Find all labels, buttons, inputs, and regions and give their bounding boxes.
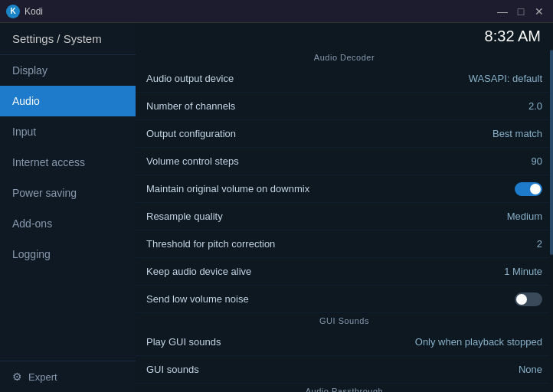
setting-value: 1 Minute bbox=[504, 266, 542, 277]
kodi-logo: K bbox=[6, 5, 20, 18]
close-button[interactable]: ✕ bbox=[532, 4, 547, 19]
sidebar-item-logging[interactable]: Logging bbox=[0, 239, 136, 270]
sidebar-item-label: Add-ons bbox=[12, 217, 52, 230]
setting-label: Audio output device bbox=[146, 73, 234, 84]
setting-label: Output configuration bbox=[146, 128, 236, 139]
sidebar-item-power-saving[interactable]: Power saving bbox=[0, 178, 136, 208]
setting-label: Number of channels bbox=[146, 100, 235, 112]
gear-icon: ⚙ bbox=[12, 371, 22, 383]
setting-value: None bbox=[519, 364, 542, 375]
setting-value: Best match bbox=[492, 128, 542, 139]
setting-volume-control-steps[interactable]: Volume control steps 90 bbox=[136, 148, 553, 175]
setting-keep-audio-device-alive[interactable]: Keep audio device alive 1 Minute bbox=[136, 258, 553, 286]
setting-play-gui-sounds[interactable]: Play GUI sounds Only when playback stopp… bbox=[136, 328, 553, 356]
gui-sounds-header: GUI Sounds bbox=[136, 313, 553, 328]
setting-label: Keep audio device alive bbox=[146, 266, 251, 277]
settings-list: Audio Decoder Audio output device WASAPI… bbox=[136, 50, 553, 392]
setting-send-low-volume-noise[interactable]: Send low volume noise bbox=[136, 286, 553, 313]
breadcrumb: Settings / System bbox=[0, 23, 136, 55]
sidebar-item-audio[interactable]: Audio bbox=[0, 86, 136, 116]
setting-resample-quality[interactable]: Resample quality Medium bbox=[136, 203, 553, 230]
setting-number-of-channels[interactable]: Number of channels 2.0 bbox=[136, 93, 553, 120]
sidebar-item-label: Internet access bbox=[12, 156, 85, 168]
send-low-volume-toggle[interactable] bbox=[515, 292, 542, 306]
setting-label: Send low volume noise bbox=[146, 293, 249, 305]
setting-maintain-original-volume[interactable]: Maintain original volume on downmix bbox=[136, 175, 553, 203]
setting-output-configuration[interactable]: Output configuration Best match bbox=[136, 120, 553, 148]
sidebar-item-label: Audio bbox=[12, 95, 40, 107]
expert-label: Expert bbox=[28, 371, 57, 383]
setting-label: Maintain original volume on downmix bbox=[146, 183, 309, 194]
sidebar-item-label: Logging bbox=[12, 248, 51, 260]
scroll-thumb bbox=[550, 50, 553, 255]
content-area: 8:32 AM Audio Decoder Audio output devic… bbox=[136, 23, 553, 392]
sidebar-item-input[interactable]: Input bbox=[0, 116, 136, 147]
sidebar-footer[interactable]: ⚙ Expert bbox=[0, 361, 136, 392]
sidebar-item-label: Input bbox=[12, 126, 36, 138]
setting-label: Volume control steps bbox=[146, 155, 239, 167]
maximize-button[interactable]: □ bbox=[513, 4, 528, 19]
sidebar-item-label: Display bbox=[12, 64, 47, 77]
setting-value: 90 bbox=[532, 155, 542, 167]
titlebar-left: K Kodi bbox=[6, 5, 43, 18]
clock: 8:32 AM bbox=[136, 23, 553, 50]
setting-value: 2.0 bbox=[528, 100, 542, 112]
toggle-knob bbox=[530, 184, 541, 194]
sidebar-item-add-ons[interactable]: Add-ons bbox=[0, 208, 136, 239]
audio-passthrough-header: Audio Passthrough bbox=[136, 384, 553, 392]
setting-threshold-pitch-correction[interactable]: Threshold for pitch correction 2 bbox=[136, 230, 553, 258]
sidebar: Settings / System Display Audio Input In… bbox=[0, 23, 136, 392]
setting-label: Play GUI sounds bbox=[146, 336, 221, 348]
audio-decoder-header: Audio Decoder bbox=[136, 50, 553, 65]
setting-audio-output-device[interactable]: Audio output device WASAPI: default bbox=[136, 65, 553, 93]
main-container: Settings / System Display Audio Input In… bbox=[0, 23, 553, 392]
maintain-volume-toggle[interactable] bbox=[515, 182, 542, 196]
minimize-button[interactable]: — bbox=[495, 4, 510, 19]
titlebar-title: Kodi bbox=[25, 6, 43, 17]
setting-label: GUI sounds bbox=[146, 364, 199, 375]
setting-value: WASAPI: default bbox=[469, 73, 542, 84]
titlebar: K Kodi — □ ✕ bbox=[0, 0, 553, 23]
setting-value: Medium bbox=[507, 211, 542, 222]
setting-label: Resample quality bbox=[146, 211, 223, 222]
setting-gui-sounds[interactable]: GUI sounds None bbox=[136, 356, 553, 384]
toggle-knob bbox=[516, 294, 527, 305]
scroll-indicator bbox=[550, 50, 553, 392]
titlebar-controls: — □ ✕ bbox=[495, 4, 547, 19]
setting-label: Threshold for pitch correction bbox=[146, 238, 275, 250]
time-display: 8:32 AM bbox=[485, 28, 541, 45]
setting-value: 2 bbox=[537, 238, 542, 250]
sidebar-item-display[interactable]: Display bbox=[0, 55, 136, 86]
sidebar-item-internet-access[interactable]: Internet access bbox=[0, 147, 136, 178]
sidebar-item-label: Power saving bbox=[12, 187, 77, 199]
setting-value: Only when playback stopped bbox=[415, 336, 542, 348]
